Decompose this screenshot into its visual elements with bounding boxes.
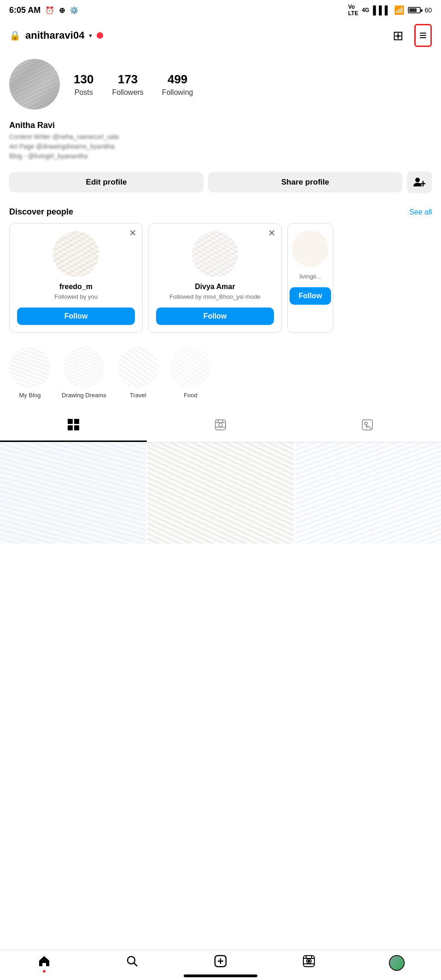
- post-item-2[interactable]: [147, 442, 293, 588]
- discover-people-section: Discover people See all ✕ freedo_m Follo…: [0, 203, 441, 337]
- svg-rect-4: [74, 419, 79, 424]
- person-desc-1: Followed by you: [54, 293, 98, 301]
- action-buttons: Edit profile Share profile: [0, 168, 441, 203]
- nav-search[interactable]: [88, 955, 177, 971]
- person-desc-3: livingir...: [300, 273, 321, 281]
- avatar-image: [9, 59, 60, 110]
- profile-avatar[interactable]: [9, 59, 60, 110]
- signal-icon: ▌▌▌: [373, 6, 390, 15]
- edit-profile-button[interactable]: Edit profile: [9, 172, 203, 192]
- highlights-section: My Blog Drawing Dreams Travel Food: [0, 337, 441, 403]
- highlight-label-3: Travel: [130, 392, 146, 399]
- posts-count: 130: [74, 72, 93, 87]
- svg-point-8: [219, 423, 222, 427]
- close-card-2-button[interactable]: ✕: [268, 228, 276, 238]
- followers-stat[interactable]: 173 Followers: [112, 72, 143, 97]
- follow-button-2[interactable]: Follow: [156, 307, 274, 325]
- tab-posts[interactable]: [0, 412, 147, 442]
- svg-line-15: [368, 426, 371, 429]
- person-card-2: ✕ Divya Amar Followed by movi_Bhoo_ysi m…: [148, 223, 282, 333]
- profile-thumb: [389, 955, 405, 971]
- bio-line-3: Blog - @livingirl_byanantha: [9, 151, 432, 161]
- bio-line-2: Art Page @drawingdreams_byanitha: [9, 142, 432, 151]
- highlight-label-1: My Blog: [19, 392, 41, 399]
- person-name-2: Divya Amar: [195, 283, 235, 291]
- tagged-icon: [361, 419, 373, 434]
- see-all-button[interactable]: See all: [409, 208, 432, 216]
- search-icon: [126, 955, 139, 971]
- profile-name: Anitha Ravi: [9, 121, 432, 130]
- svg-rect-6: [74, 425, 79, 430]
- home-indicator: [184, 974, 257, 977]
- grid-icon: [68, 419, 80, 434]
- svg-rect-5: [68, 425, 73, 430]
- tab-reels[interactable]: [147, 412, 294, 442]
- reels-icon: [215, 419, 226, 434]
- svg-line-17: [134, 963, 137, 966]
- person-card-1: ✕ freedo_m Followed by you Follow: [9, 223, 143, 333]
- add-friend-button[interactable]: [407, 171, 432, 193]
- 4g-indicator: 4G: [362, 7, 369, 13]
- username-container[interactable]: 🔒 anitharavi04 ▾: [9, 29, 103, 41]
- highlight-circle-4: [170, 347, 211, 388]
- nav-home[interactable]: [0, 955, 88, 971]
- following-stat[interactable]: 499 Following: [162, 72, 193, 97]
- follow-button-3[interactable]: Follow: [290, 287, 331, 305]
- bio-line-1: Content Writer @neha_namecurl_sala: [9, 132, 432, 142]
- svg-point-16: [128, 957, 135, 964]
- nav-reels[interactable]: [265, 955, 353, 971]
- post-item-3[interactable]: [295, 442, 441, 588]
- highlight-item-2[interactable]: Drawing Dreams: [62, 347, 106, 399]
- highlight-label-2: Drawing Dreams: [62, 392, 106, 399]
- svg-point-23: [308, 960, 310, 962]
- nav-add[interactable]: [176, 955, 265, 971]
- highlight-circle-1: [9, 347, 51, 388]
- tab-tagged[interactable]: [294, 412, 441, 442]
- posts-stat[interactable]: 130 Posts: [74, 72, 93, 97]
- nav-icons: ⊞ ≡: [391, 24, 432, 47]
- posts-label: Posts: [75, 88, 93, 97]
- add-post-button[interactable]: ⊞: [391, 26, 405, 45]
- close-card-1-button[interactable]: ✕: [129, 228, 137, 238]
- status-indicators: VoLTE 4G ▌▌▌ 📶 60: [348, 4, 432, 17]
- person-desc-2: Followed by movi_Bhoo_ysi mode: [169, 293, 260, 301]
- discover-header: Discover people See all: [9, 207, 432, 217]
- status-time: 6:05 AM ⏰ ⊕ ⚙️: [9, 6, 79, 15]
- highlight-item-3[interactable]: Travel: [117, 347, 159, 399]
- app-icon: ⊕: [59, 6, 65, 15]
- top-navigation: 🔒 anitharavi04 ▾ ⊞ ≡: [0, 19, 441, 52]
- battery-icon: [408, 7, 421, 13]
- highlight-image-3: [117, 347, 159, 388]
- profile-thumb-img: [390, 956, 404, 970]
- person-name-1: freedo_m: [59, 283, 93, 291]
- share-profile-button[interactable]: Share profile: [208, 172, 402, 192]
- highlight-circle-3: [117, 347, 159, 388]
- person-avatar-3: [292, 230, 329, 267]
- highlight-image-1: [9, 347, 51, 388]
- profile-section: 130 Posts 173 Followers 499 Following: [0, 52, 441, 114]
- wifi-icon: 📶: [394, 5, 404, 15]
- content-tabs: [0, 412, 441, 442]
- nav-profile[interactable]: [353, 955, 441, 971]
- post-item-1[interactable]: [0, 442, 146, 588]
- menu-button[interactable]: ≡: [414, 24, 432, 47]
- highlight-item-4[interactable]: Food: [170, 347, 211, 399]
- followers-label: Followers: [112, 88, 143, 97]
- volte-indicator: VoLTE: [348, 4, 358, 17]
- person-avatar-2: [192, 231, 238, 277]
- svg-rect-3: [68, 419, 73, 424]
- svg-rect-7: [215, 420, 226, 430]
- highlight-item-1[interactable]: My Blog: [9, 347, 51, 399]
- stats-container: 130 Posts 173 Followers 499 Following: [74, 72, 432, 97]
- avatar-container[interactable]: [9, 59, 60, 110]
- dropdown-arrow-icon[interactable]: ▾: [89, 32, 92, 39]
- username-text[interactable]: anitharavi04: [25, 29, 84, 41]
- svg-point-14: [365, 422, 367, 425]
- home-icon: [38, 955, 51, 971]
- battery-level: 60: [424, 6, 432, 14]
- people-cards-container: ✕ freedo_m Followed by you Follow ✕ Divy…: [9, 223, 432, 333]
- following-label: Following: [162, 88, 193, 97]
- following-count: 499: [168, 72, 187, 87]
- add-icon: ⊞: [393, 29, 403, 43]
- follow-button-1[interactable]: Follow: [17, 307, 135, 325]
